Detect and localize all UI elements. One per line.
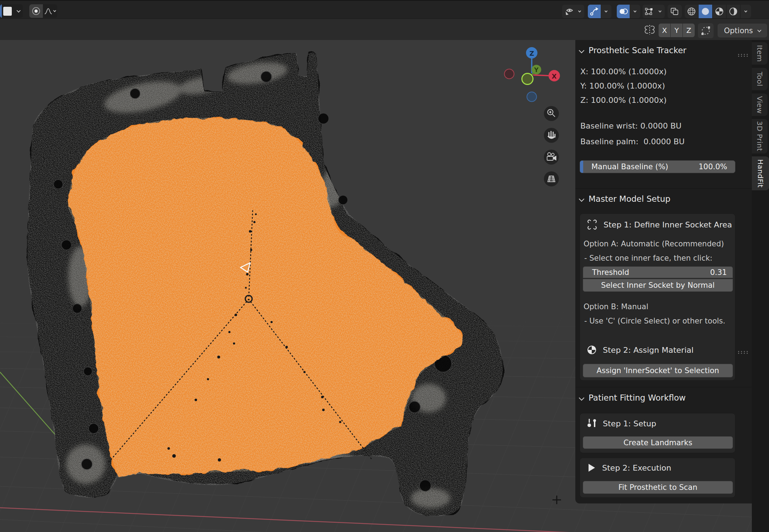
panel-separator [575, 387, 752, 387]
shading-material-button[interactable] [713, 5, 726, 18]
gizmo-neg-x-ball[interactable] [505, 69, 514, 79]
baseline-palm-readout: Baseline palm: 0.0000 BU [580, 137, 685, 146]
sidebar-n-panel: Prosthetic Scale Tracker X: 100.00% (1.0… [575, 40, 752, 503]
shading-wireframe-button[interactable] [685, 5, 698, 18]
panel-grip-icon[interactable] [737, 351, 748, 354]
panel-header-master-model-setup[interactable]: Master Model Setup [575, 194, 752, 204]
tab-item[interactable]: Item [752, 42, 768, 65]
chevron-down-icon [579, 395, 585, 401]
chevron-down-icon [16, 9, 20, 12]
assign-innersocket-button[interactable]: Assign 'InnerSocket' to Selection [583, 364, 733, 377]
tab-handfit[interactable]: HandFit [752, 156, 769, 190]
gizmo-neg-y-ball[interactable] [522, 74, 533, 85]
proportional-editing-group [29, 4, 57, 18]
viewport-header [0, 0, 769, 19]
xray-toggle[interactable] [668, 5, 682, 18]
snap-symmetry-icon [700, 25, 711, 36]
option-b-label: Option B: Manual [584, 302, 648, 311]
shading-rendered-icon [728, 6, 739, 17]
shading-mode-group [685, 5, 751, 18]
chevron-down-icon [605, 9, 607, 12]
gizmo-z-label: Z [529, 50, 534, 57]
proportional-editing-icon [31, 6, 41, 16]
gizmos-dropdown[interactable] [655, 5, 665, 18]
falloff-dropdown[interactable] [43, 4, 57, 18]
selectability-visibility-icon [564, 6, 574, 16]
shading-rendered-button[interactable] [726, 5, 740, 18]
panel-title: Patient Fitting Workflow [589, 393, 686, 402]
mirror-z-button[interactable]: Z [683, 24, 695, 37]
shading-dropdown[interactable] [740, 5, 751, 18]
fitting-step1-row: Step 1: Setup [586, 418, 656, 429]
threshold-slider[interactable]: Threshold 0.31 [583, 266, 733, 278]
select-box-tool-icon [3, 7, 12, 16]
play-icon [586, 462, 596, 473]
proportional-editing-toggle[interactable] [29, 4, 43, 18]
tool-settings-icon [586, 418, 597, 429]
gizmo-y-label: Y [534, 66, 539, 74]
option-a-hint: - Select one inner face, then click: [584, 254, 713, 262]
scale-x-readout: X: 100.00% (1.0000x) [580, 67, 667, 76]
gizmos-toggle[interactable] [643, 5, 655, 18]
chevron-down-icon [579, 196, 585, 202]
gizmos-group [643, 5, 665, 18]
gizmo-x-label: X [552, 72, 557, 80]
panel-grip-icon[interactable] [737, 54, 748, 57]
mirror-y-button[interactable]: Y [671, 24, 683, 37]
panel-header-patient-fitting-workflow[interactable]: Patient Fitting Workflow [575, 393, 752, 402]
fitting-setup-box: Step 1: Setup Create Landmarks [580, 413, 735, 453]
mirror-axis-group: X Y Z [659, 24, 695, 37]
shading-material-preview-icon [714, 6, 725, 17]
fitting-step2-row: Step 2: Execution [586, 462, 671, 473]
panel-title: Prosthetic Scale Tracker [589, 46, 686, 55]
chevron-down-icon [634, 9, 636, 12]
visibility-dropdown[interactable] [562, 5, 584, 18]
baseline-wrist-readout: Baseline wrist: 0.0000 BU [580, 121, 681, 130]
step1-row: Step 1: Define Inner Socket Area [586, 219, 732, 230]
blender-window: Y Z X [0, 0, 769, 532]
gizmo-neg-z-ball[interactable] [527, 92, 537, 102]
threshold-label: Threshold [592, 268, 629, 277]
tab-3d-print[interactable]: 3D Print [752, 119, 768, 154]
snap-dropdown[interactable] [601, 5, 611, 18]
select-inner-socket-button[interactable]: Select Inner Socket by Normal [583, 279, 733, 292]
mirror-x-button[interactable]: X [659, 24, 670, 37]
scale-z-readout: Z: 100.00% (1.0000x) [580, 96, 667, 105]
fitting-step1-label: Step 1: Setup [603, 419, 656, 428]
chevron-down-icon [744, 9, 747, 12]
snap-toggle[interactable] [588, 5, 601, 18]
camera-view-button[interactable] [544, 150, 559, 165]
tab-tool[interactable]: Tool [752, 68, 768, 90]
shading-solid-button[interactable] [699, 5, 712, 18]
panel-header-prosthetic-scale-tracker[interactable]: Prosthetic Scale Tracker [575, 46, 752, 55]
create-landmarks-button[interactable]: Create Landmarks [583, 436, 733, 449]
snap-symmetry-button[interactable] [698, 23, 714, 38]
slider-fill [580, 161, 583, 173]
material-sphere-icon [586, 345, 597, 355]
chevron-down-icon [757, 28, 761, 32]
fitting-execution-box: Step 2: Execution Fit Prosthetic to Scan [580, 458, 735, 498]
overlays-toggle[interactable] [617, 5, 630, 18]
active-tool-indicator [0, 4, 2, 18]
mirror-butterfly-icon [643, 24, 657, 36]
manual-baseline-label: Manual Baseline (%) [591, 162, 668, 171]
snap-toggle-icon [589, 6, 599, 16]
chevron-down-icon [659, 9, 661, 12]
manual-baseline-value: 100.0% [699, 162, 727, 171]
zoom-button[interactable] [544, 106, 559, 121]
active-tool-button[interactable] [0, 4, 23, 18]
tab-view[interactable]: View [752, 94, 768, 116]
panel-separator [575, 188, 752, 189]
projection-toggle-button[interactable] [544, 171, 559, 186]
master-setup-box: Step 1: Define Inner Socket Area Option … [580, 214, 735, 381]
manual-baseline-slider[interactable]: Manual Baseline (%) 100.0% [580, 160, 735, 173]
chevron-down-icon [579, 47, 585, 53]
overlays-dropdown[interactable] [630, 5, 640, 18]
shading-solid-icon [700, 6, 711, 17]
chevron-down-icon [53, 9, 56, 12]
options-dropdown[interactable]: Options [717, 23, 768, 38]
show-overlays-icon [618, 6, 628, 16]
fit-prosthetic-button[interactable]: Fit Prosthetic to Scan [583, 481, 733, 494]
tool-settings-bar: X Y Z Options [0, 19, 769, 40]
pan-button[interactable] [544, 128, 559, 143]
